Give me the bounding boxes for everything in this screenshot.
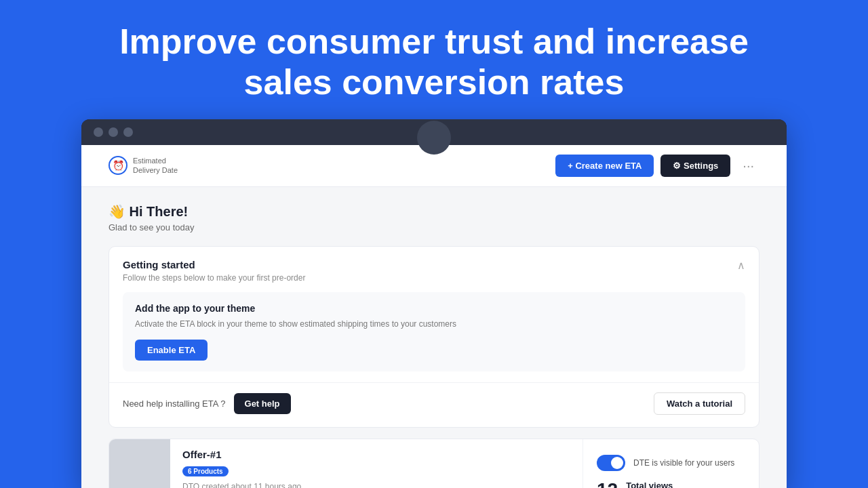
help-left: Need help installing ETA ? Get help (123, 393, 291, 414)
offer-info: Offer-#1 6 Products DTO created about 11… (170, 439, 583, 488)
dots-menu[interactable]: ··· (737, 158, 760, 174)
browser-dot-3 (123, 127, 133, 137)
main-area: 👋 Hi There! Glad to see you today Gettin… (81, 187, 787, 488)
dte-toggle[interactable] (597, 455, 625, 471)
app-content: ⏰ Estimated Delivery Date + Create new E… (81, 145, 787, 488)
browser-bar (81, 119, 787, 145)
step-title: Add the app to your theme (135, 303, 733, 314)
chevron-up-icon[interactable]: ∧ (737, 259, 745, 272)
browser-window: ⏰ Estimated Delivery Date + Create new E… (81, 119, 787, 488)
header-actions: + Create new ETA ⚙ Settings ··· (555, 155, 760, 177)
get-help-button[interactable]: Get help (234, 393, 291, 414)
browser-avatar (417, 121, 451, 155)
views-title: Total views (626, 481, 727, 488)
enable-eta-button[interactable]: Enable ETA (135, 340, 208, 361)
sub-greeting: Glad to see you today (108, 222, 760, 232)
logo-line2: Delivery Date (133, 165, 178, 175)
offer-date: DTO created about 11 hours ago (182, 482, 570, 488)
offer-card: Offer-#1 6 Products DTO created about 11… (108, 439, 760, 488)
watch-tutorial-button[interactable]: Watch a tutorial (654, 392, 745, 415)
help-row: Need help installing ETA ? Get help Watc… (109, 382, 759, 427)
offer-name: Offer-#1 (182, 449, 570, 460)
offer-image (109, 439, 170, 488)
offer-stats: DTE is visible for your users 12 Total v… (583, 439, 759, 488)
dte-label: DTE is visible for your users (633, 458, 734, 468)
logo-text: Estimated Delivery Date (133, 156, 178, 176)
logo-line1: Estimated (133, 156, 178, 165)
toggle-knob (611, 457, 623, 469)
views-row: 12 Total views Number of views by produc… (597, 481, 745, 488)
step-desc: Activate the ETA block in your theme to … (135, 318, 733, 330)
create-eta-button[interactable]: + Create new ETA (555, 155, 654, 177)
settings-button[interactable]: ⚙ Settings (660, 155, 730, 177)
greeting-wave: 👋 (108, 204, 125, 219)
hero-title: Improve consumer trust and increase sale… (61, 0, 807, 119)
browser-dot-2 (108, 127, 118, 137)
browser-dot-1 (94, 127, 103, 137)
getting-started-text: Getting started Follow the steps below t… (123, 259, 305, 283)
logo-area: ⏰ Estimated Delivery Date (108, 156, 178, 176)
offer-badge: 6 Products (182, 466, 229, 476)
getting-started-sub: Follow the steps below to make your firs… (123, 273, 305, 283)
logo-icon: ⏰ (108, 156, 127, 175)
greeting-title: 👋 Hi There! (108, 203, 760, 220)
getting-started-title: Getting started (123, 259, 305, 270)
views-number: 12 (597, 481, 618, 488)
greeting-text: Hi There! (130, 204, 189, 219)
dte-row: DTE is visible for your users (597, 455, 745, 471)
step-card: Add the app to your theme Activate the E… (123, 292, 745, 371)
help-text: Need help installing ETA ? (123, 399, 226, 409)
getting-started-card: Getting started Follow the steps below t… (108, 246, 760, 428)
views-text-block: Total views Number of views by product (626, 481, 727, 488)
getting-started-header: Getting started Follow the steps below t… (109, 247, 759, 292)
